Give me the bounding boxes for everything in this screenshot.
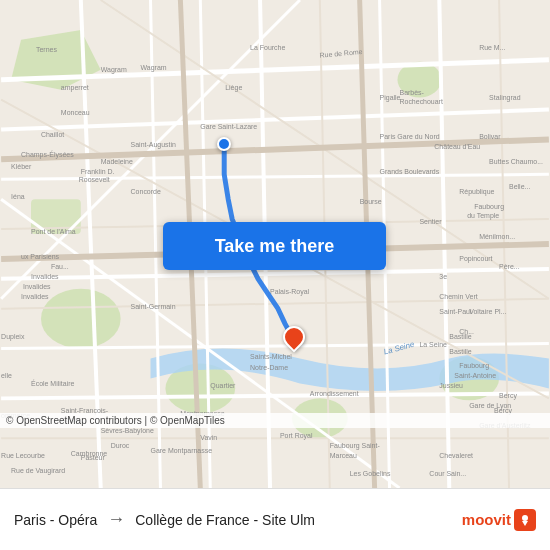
bottom-bar: Paris - Opéra → Collège de France - Site…: [0, 488, 550, 550]
svg-text:Vavin: Vavin: [200, 434, 217, 441]
svg-text:Champs-Élysées: Champs-Élysées: [21, 150, 74, 159]
svg-text:Château d'Eau: Château d'Eau: [434, 143, 480, 150]
svg-text:École Militaire: École Militaire: [31, 379, 74, 387]
svg-text:Sentier: Sentier: [419, 218, 442, 225]
svg-text:Saint-Antoine: Saint-Antoine: [454, 372, 496, 379]
destination-label: Collège de France - Site Ulm: [135, 512, 315, 528]
svg-text:Les Gobelins: Les Gobelins: [350, 470, 391, 477]
map-area: Rue de Rome Champs-Élysées Invalides Pig…: [0, 0, 550, 488]
svg-text:Chaillot: Chaillot: [41, 131, 64, 138]
svg-text:Pigalle: Pigalle: [380, 94, 401, 102]
svg-text:Faubourg: Faubourg: [474, 203, 504, 211]
svg-text:Faubourg Saint-: Faubourg Saint-: [330, 442, 381, 450]
svg-text:Jussieu: Jussieu: [439, 382, 463, 389]
svg-text:Saints-Michel: Saints-Michel: [250, 353, 292, 360]
svg-text:elle: elle: [1, 372, 12, 379]
svg-text:ux Parisiens: ux Parisiens: [21, 253, 59, 260]
svg-text:Ternes: Ternes: [36, 46, 57, 53]
svg-text:Père...: Père...: [499, 263, 520, 270]
pin-head: [278, 321, 309, 352]
take-me-there-button[interactable]: Take me there: [163, 222, 386, 270]
svg-text:Duroc: Duroc: [111, 442, 130, 449]
svg-text:Voltaire Pl...: Voltaire Pl...: [469, 308, 506, 315]
svg-text:Saint-Augustin: Saint-Augustin: [131, 141, 176, 149]
svg-text:Chemin Vert: Chemin Vert: [439, 293, 477, 300]
moovit-logo: moovit: [462, 509, 536, 531]
svg-text:Chevaleret: Chevaleret: [439, 452, 473, 459]
svg-text:Invalides: Invalides: [21, 293, 49, 300]
svg-text:Belle...: Belle...: [509, 183, 530, 190]
origin-label: Paris - Opéra: [14, 512, 97, 528]
svg-text:Rue Lecourbe: Rue Lecourbe: [1, 452, 45, 459]
svg-text:Madeleine: Madeleine: [101, 158, 133, 165]
svg-text:Paris Gare du Nord: Paris Gare du Nord: [380, 133, 440, 140]
map-attribution: © OpenStreetMap contributors | © OpenMap…: [0, 413, 550, 428]
svg-point-2: [41, 289, 121, 349]
arrow-icon: →: [107, 509, 125, 530]
origin-marker: [217, 137, 231, 151]
svg-text:Quartier: Quartier: [210, 382, 236, 390]
svg-text:Invalides: Invalides: [23, 283, 51, 290]
svg-text:Franklin D.: Franklin D.: [81, 168, 115, 175]
svg-text:Invalides: Invalides: [31, 273, 59, 280]
svg-text:Bourse: Bourse: [360, 198, 382, 205]
svg-text:du Temple: du Temple: [467, 212, 499, 220]
svg-text:Bastille: Bastille: [449, 333, 472, 340]
svg-text:Pasteur: Pasteur: [81, 454, 106, 461]
svg-text:République: République: [459, 188, 494, 196]
svg-text:3e: 3e: [439, 273, 447, 280]
svg-text:Iéna: Iéna: [11, 193, 25, 200]
svg-text:Bercy: Bercy: [499, 392, 517, 400]
svg-text:amperret: amperret: [61, 84, 89, 92]
svg-text:La Seine: La Seine: [419, 341, 447, 348]
svg-text:Rue M...: Rue M...: [479, 44, 505, 51]
svg-text:Port Royal: Port Royal: [280, 432, 313, 440]
app-container: Rue de Rome Champs-Élysées Invalides Pig…: [0, 0, 550, 550]
svg-text:Bolivar: Bolivar: [479, 133, 501, 140]
svg-text:Monceau: Monceau: [61, 109, 90, 116]
svg-point-121: [522, 515, 528, 521]
svg-text:Buttes Chaumo...: Buttes Chaumo...: [489, 158, 543, 165]
svg-text:Ménilmon...: Ménilmon...: [479, 233, 515, 240]
svg-text:Wagram: Wagram: [141, 64, 167, 72]
svg-text:Barbès-: Barbès-: [399, 89, 424, 96]
svg-text:Saint-Germain: Saint-Germain: [131, 303, 176, 310]
svg-text:Stalingrad: Stalingrad: [489, 94, 521, 102]
svg-text:Popincourt: Popincourt: [459, 255, 492, 263]
svg-text:Marceau: Marceau: [330, 452, 357, 459]
svg-text:Fau...: Fau...: [51, 263, 69, 270]
moovit-text: moovit: [462, 511, 511, 528]
svg-text:Faubourg: Faubourg: [459, 362, 489, 370]
svg-text:Grands Boulevards: Grands Boulevards: [380, 168, 440, 175]
svg-text:Dupleix: Dupleix: [1, 333, 25, 341]
destination-marker: [283, 326, 305, 350]
svg-text:Concorde: Concorde: [131, 188, 161, 195]
svg-text:Roosevelt: Roosevelt: [79, 176, 110, 183]
svg-text:Wagram: Wagram: [101, 66, 127, 74]
moovit-icon: [514, 509, 536, 531]
svg-text:Pont de l'Alma: Pont de l'Alma: [31, 228, 76, 235]
svg-marker-122: [522, 521, 528, 526]
svg-text:Arrondissement: Arrondissement: [310, 390, 359, 397]
svg-text:Bastille: Bastille: [449, 348, 472, 355]
svg-text:Kléber: Kléber: [11, 163, 32, 170]
svg-text:Gare Saint-Lazare: Gare Saint-Lazare: [200, 123, 257, 130]
svg-text:Sèvres-Babylone: Sèvres-Babylone: [101, 427, 154, 435]
svg-text:Liège: Liège: [225, 84, 242, 92]
svg-text:Saint-Paul: Saint-Paul: [439, 308, 472, 315]
svg-text:Cour Sain...: Cour Sain...: [429, 470, 466, 477]
svg-text:Notre-Dame: Notre-Dame: [250, 364, 288, 371]
svg-text:Palais-Royal: Palais-Royal: [270, 288, 310, 296]
svg-text:Rochechouart: Rochechouart: [399, 98, 442, 105]
svg-text:Rue de Vaugirard: Rue de Vaugirard: [11, 467, 65, 475]
svg-text:La Fourche: La Fourche: [250, 44, 285, 51]
svg-text:Gare Montparnasse: Gare Montparnasse: [151, 447, 213, 455]
